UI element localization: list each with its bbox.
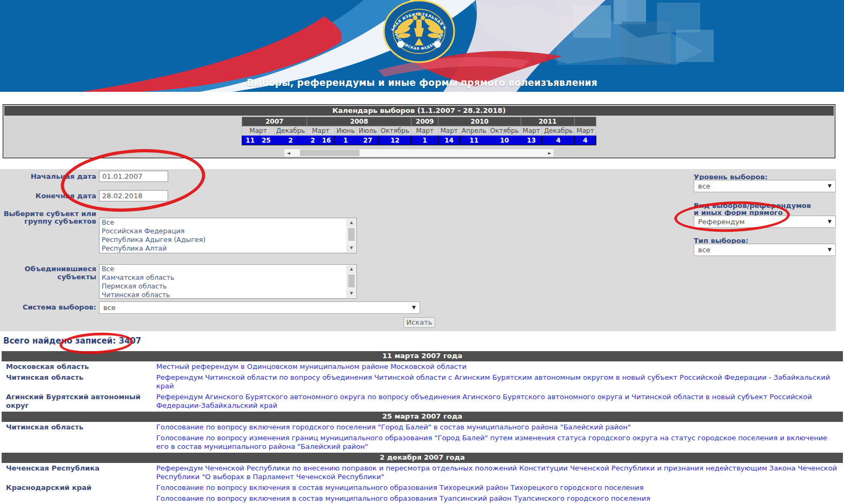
calendar-day-link[interactable]: 25: [258, 136, 275, 145]
calendar-day-link[interactable]: 14: [438, 136, 460, 145]
calendar-year: 2011: [521, 117, 575, 126]
calendar-month: Декабрь: [274, 126, 307, 136]
listbox-option[interactable]: Все: [99, 218, 356, 227]
results-table: 11 марта 2007 годаМосковская областьМест…: [2, 351, 843, 504]
calendar-scrollbar-thumb[interactable]: [300, 150, 360, 156]
calendar-days-row: 112522161271211411101344: [242, 136, 596, 145]
calendar-day-link[interactable]: 1: [411, 136, 438, 145]
results-count-label: Всего найдено записей:: [3, 336, 116, 346]
listbox-option[interactable]: Все: [99, 265, 356, 273]
listbox-option[interactable]: Республика Адыгея (Адыгея): [99, 236, 356, 244]
result-row: Голосование по вопросу изменения границ …: [2, 433, 843, 452]
subject-label-line2: группу субъектов: [0, 217, 96, 225]
result-link[interactable]: Местный референдум в Одинцовском муницип…: [156, 362, 467, 371]
merged-subjects-label: Объединившиеся субъекты: [0, 265, 96, 281]
result-cell: Референдум Читинской области по вопросу …: [154, 373, 843, 392]
calendar-month: Декабрь: [542, 126, 574, 136]
region-cell: Читинская область: [2, 373, 154, 392]
result-link[interactable]: Референдум Читинской области по вопросу …: [156, 373, 830, 390]
calendar-day-link[interactable]: 11: [460, 136, 488, 145]
calendar-scrollbar[interactable]: ◄ ►: [284, 149, 554, 157]
result-row: Чеченская РеспубликаРеферендум Чеченской…: [2, 463, 843, 482]
scroll-up-icon[interactable]: ▲: [347, 219, 356, 227]
result-link[interactable]: Голосование по вопросу включения в соста…: [156, 483, 643, 492]
subject-listbox[interactable]: ▲ ▼ ВсеРоссийская ФедерацияРеспублика Ад…: [99, 218, 357, 253]
search-results: Всего найдено записей: 3407 11 марта 200…: [0, 335, 844, 504]
scroll-right-icon[interactable]: ►: [546, 149, 554, 157]
calendar-month: Март: [575, 126, 596, 136]
calendar-month: Март: [521, 126, 542, 136]
result-link[interactable]: Голосование по вопросу включения в соста…: [156, 494, 650, 502]
calendar-day-link[interactable]: 1: [335, 136, 357, 145]
result-cell: Референдум Агинского Бурятского автономн…: [154, 392, 843, 411]
listbox-option[interactable]: Республика Алтай: [99, 244, 356, 253]
calendar-day-link[interactable]: 2: [307, 136, 318, 145]
calendar-day-link[interactable]: 10: [488, 136, 521, 145]
scroll-up-icon[interactable]: ▲: [347, 265, 356, 273]
election-system-value: все: [103, 304, 116, 312]
calendar-day-link[interactable]: 4: [575, 136, 596, 145]
election-kind-select[interactable]: Референдум ▼: [694, 216, 836, 228]
listbox-scroll-thumb[interactable]: [348, 228, 355, 241]
result-cell: Голосование по вопросу включения в соста…: [154, 494, 843, 504]
end-date-label: Конечная дата: [0, 192, 96, 200]
region-cell: Чеченская Республика: [2, 463, 154, 482]
election-level-select[interactable]: все ▼: [694, 180, 836, 192]
calendar-month: Июнь: [335, 126, 357, 136]
region-cell: Московская область: [2, 362, 154, 372]
calendar-month: Октябрь: [379, 126, 411, 136]
listbox-scroll-thumb[interactable]: [348, 274, 355, 287]
result-cell: Референдум Чеченской Республики по внесе…: [154, 463, 843, 482]
search-filters: Начальная дата Конечная дата Выберите су…: [0, 169, 836, 331]
calendar-year: 2008: [307, 117, 411, 126]
listbox-option[interactable]: Камчатская область: [99, 273, 356, 282]
calendar-month: Март: [411, 126, 438, 136]
calendar-month: Март: [242, 126, 274, 136]
calendar-scrollbar-track[interactable]: [293, 149, 546, 157]
date-group-row: 11 марта 2007 года: [2, 351, 843, 361]
date-band: 25 марта 2007 года: [2, 412, 843, 422]
result-link[interactable]: Голосование по вопросу изменения границ …: [156, 434, 827, 451]
election-system-select[interactable]: все ▼: [99, 301, 420, 314]
result-cell: Голосование по вопросу включения в соста…: [154, 483, 843, 493]
scroll-left-icon[interactable]: ◄: [284, 149, 293, 157]
listbox-option[interactable]: Российская Федерация: [99, 227, 356, 236]
calendar-table: 20072008200920102011 МартДекабрьМартИюнь…: [242, 117, 596, 145]
search-button[interactable]: Искать: [403, 317, 435, 328]
calendar-day-link[interactable]: 12: [379, 136, 411, 145]
result-cell: Голосование по вопросу изменения границ …: [154, 433, 843, 452]
listbox-option[interactable]: Республика Башкортостан: [99, 253, 356, 253]
listbox-option[interactable]: Пермская область: [99, 282, 356, 291]
calendar-day-link[interactable]: 11: [242, 136, 258, 145]
region-cell: Агинский Бурятский автономный округ: [2, 392, 154, 411]
result-link[interactable]: Референдум Агинского Бурятского автономн…: [156, 393, 812, 409]
listbox-scrollbar[interactable]: ▲ ▼: [347, 265, 356, 298]
result-row: Московская областьМестный референдум в О…: [2, 362, 843, 372]
merged-subjects-listbox[interactable]: ▲ ▼ ВсеКамчатская областьПермская област…: [99, 264, 357, 299]
result-link[interactable]: Голосование по вопросу включения городск…: [156, 423, 631, 431]
calendar-month: Март: [307, 126, 335, 136]
end-date-input[interactable]: [99, 190, 168, 201]
site-title: Выборы, референдумы и иные формы прямого…: [0, 77, 844, 88]
calendar-day-link[interactable]: 2: [274, 136, 307, 145]
start-date-input[interactable]: [99, 171, 168, 182]
calendar-day-link[interactable]: 27: [357, 136, 379, 145]
election-type-select[interactable]: все ▼: [694, 244, 836, 256]
results-count-value: 3407: [119, 336, 142, 346]
calendar-years-row: 20072008200920102011: [242, 117, 596, 126]
listbox-scrollbar[interactable]: ▲ ▼: [347, 219, 356, 252]
calendar-year: 2010: [438, 117, 521, 126]
calendar-day-link[interactable]: 16: [318, 136, 335, 145]
scroll-down-icon[interactable]: ▼: [347, 290, 356, 298]
calendar-day-link[interactable]: 13: [521, 136, 542, 145]
region-cell: Читинская область: [2, 422, 154, 433]
calendar-month: Июль: [357, 126, 379, 136]
calendar-title: Календарь выборов (1.1.2007 - 28.2.2018): [4, 106, 834, 116]
result-link[interactable]: Референдум Чеченской Республики по внесе…: [156, 464, 837, 481]
result-row: Агинский Бурятский автономный округРефер…: [2, 392, 843, 411]
calendar-day-link[interactable]: 4: [542, 136, 574, 145]
start-date-label: Начальная дата: [0, 172, 96, 180]
listbox-option[interactable]: Читинская область: [99, 291, 356, 299]
region-cell: [2, 494, 154, 504]
scroll-down-icon[interactable]: ▼: [347, 244, 356, 252]
